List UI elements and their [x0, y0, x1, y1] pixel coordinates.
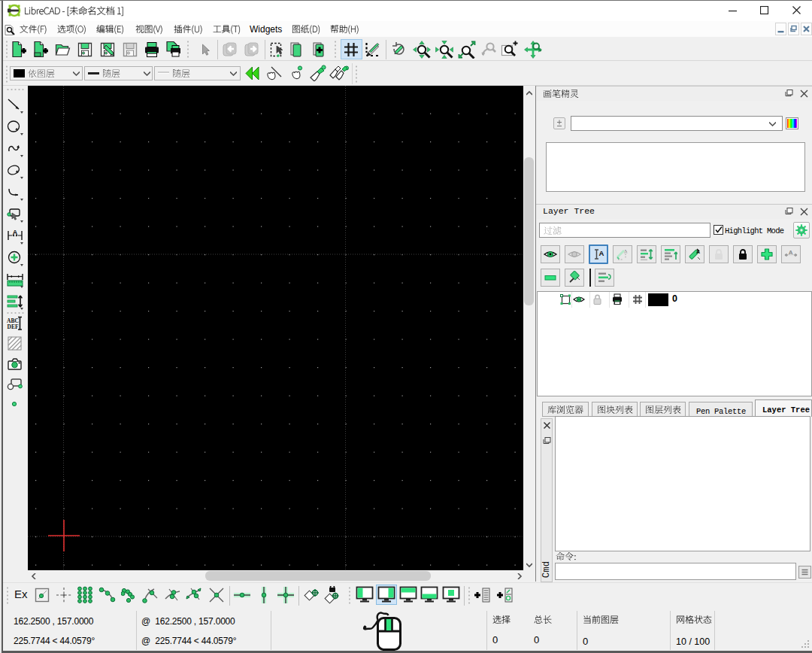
svg-text:A: A — [624, 249, 628, 254]
svg-text:A: A — [13, 229, 18, 236]
svg-text:A: A — [696, 249, 700, 254]
svg-text:A: A — [599, 249, 604, 257]
svg-text:DEF: DEF — [8, 323, 19, 330]
